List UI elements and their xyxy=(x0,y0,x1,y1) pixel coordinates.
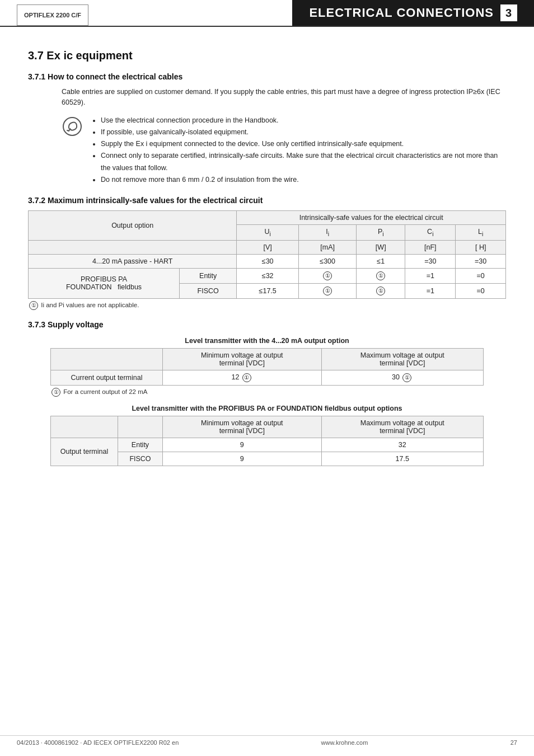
supply-table-2: Minimum voltage at outputterminal [VDC] … xyxy=(50,416,484,466)
table-372: Output option Intrinsically-safe values … xyxy=(28,210,506,299)
table-372-footnote: ① Ii and Pi values are not applicable. xyxy=(28,301,506,310)
footer-center: www.krohne.com xyxy=(321,739,368,746)
bullet-item-4: Connect only to separate certified, intr… xyxy=(101,150,506,174)
supply-subtitle-2: Level transmitter with the PROFIBUS PA o… xyxy=(50,405,484,412)
circled-1: ① xyxy=(323,271,332,280)
supply1-fn-text: For a current output of 22 mA xyxy=(63,388,147,395)
supply2-row2-min: 9 xyxy=(163,452,322,466)
chapter-number: 3 xyxy=(500,4,517,21)
unit-v: [V] xyxy=(237,240,299,254)
row3-ii: ① xyxy=(299,283,357,298)
circled-2: ① xyxy=(376,271,385,280)
procedure-icon xyxy=(62,116,83,137)
row1-ui: ≤30 xyxy=(237,254,299,268)
footer: 04/2013 · 4000861902 · AD IECEX OPTIFLEX… xyxy=(0,735,534,746)
sub-header-ii: Ii xyxy=(299,225,357,241)
row2-label1: PROFIBUS PAFOUNDATION fieldbus xyxy=(29,268,180,298)
chapter-title: ELECTRICAL CONNECTIONS 3 xyxy=(292,0,534,26)
sub-header-pi: Pi xyxy=(357,225,405,241)
row1-ii: ≤300 xyxy=(299,254,357,268)
supply2-row1-label1: Output terminal xyxy=(51,438,118,466)
row2-ui: ≤32 xyxy=(237,268,299,283)
header: OPTIFLEX 2200 C/F ELECTRICAL CONNECTIONS… xyxy=(0,0,534,27)
table-row-1: 4...20 mA passive - HART ≤30 ≤300 ≤1 =30… xyxy=(29,254,506,268)
section-371-body: Cable entries are supplied on customer d… xyxy=(62,87,506,108)
supply1-min-header: Minimum voltage at outputterminal [VDC] xyxy=(163,348,322,370)
row3-label2: FISCO xyxy=(180,283,237,298)
bullet-list: Use the electrical connection procedure … xyxy=(92,115,506,186)
col-group-header: Intrinsically-safe values for the electr… xyxy=(237,211,506,225)
unit-row-label xyxy=(29,240,237,254)
circled-4: ① xyxy=(376,287,385,295)
row3-ci: =1 xyxy=(405,283,456,298)
supply2-max-header: Maximum voltage at outputterminal [VDC] xyxy=(321,416,483,438)
section-37-title: 3.7 Ex ic equipment xyxy=(28,49,506,62)
section-372-title: 3.7.2 Maximum intrinsically-safe values … xyxy=(28,196,506,205)
supply1-footnote-circled-2: ① xyxy=(402,373,411,382)
supply2-row-1: Output terminal Entity 9 32 xyxy=(51,438,484,452)
section-373-title: 3.7.3 Supply voltage xyxy=(28,320,506,329)
footer-right: 27 xyxy=(510,739,517,746)
row2-ci: =1 xyxy=(405,268,456,283)
supply2-row2-max: 17.5 xyxy=(321,452,483,466)
footnote-text: Ii and Pi values are not applicable. xyxy=(41,302,139,308)
page: OPTIFLEX 2200 C/F ELECTRICAL CONNECTIONS… xyxy=(0,0,534,756)
supply1-footnote: ① For a current output of 22 mA xyxy=(50,388,484,397)
supply2-row2-label2: FISCO xyxy=(118,452,163,466)
row1-li: =30 xyxy=(456,254,506,268)
supply-table-1-wrapper: Level transmitter with the 4...20 mA out… xyxy=(50,337,484,397)
col1-header: Output option xyxy=(29,211,237,241)
bullet-item-5: Do not remove more than 6 mm / 0.2 of in… xyxy=(101,174,506,186)
unit-w: [W] xyxy=(357,240,405,254)
bullet-item-2: If possible, use galvanically-isolated e… xyxy=(101,126,506,138)
unit-nf: [nF] xyxy=(405,240,456,254)
supply-subtitle-1: Level transmitter with the 4...20 mA out… xyxy=(50,337,484,345)
supply1-max-val: 30 ① xyxy=(321,370,483,385)
sub-header-ci: Ci xyxy=(405,225,456,241)
table-372-wrapper: Output option Intrinsically-safe values … xyxy=(28,210,506,310)
supply1-row: Current output terminal 12 ① 30 ① xyxy=(51,370,484,385)
unit-h: [ H] xyxy=(456,240,506,254)
supply2-row1-min: 9 xyxy=(163,438,322,452)
main-content: 3.7 Ex ic equipment 3.7.1 How to connect… xyxy=(0,27,534,489)
supply1-row-label: Current output terminal xyxy=(51,370,163,385)
sub-header-li: Li xyxy=(456,225,506,241)
bullet-section: Use the electrical connection procedure … xyxy=(62,115,506,186)
supply1-footnote-circled: ① xyxy=(242,373,251,382)
row1-label: 4...20 mA passive - HART xyxy=(29,254,237,268)
circled-3: ① xyxy=(323,287,332,295)
bullet-item-1: Use the electrical connection procedure … xyxy=(101,115,506,126)
product-label: OPTIFLEX 2200 C/F xyxy=(17,4,88,26)
sub-header-ui: Ui xyxy=(237,225,299,241)
row2-li: =0 xyxy=(456,268,506,283)
supply-table-2-wrapper: Level transmitter with the PROFIBUS PA o… xyxy=(50,405,484,466)
chapter-title-text: ELECTRICAL CONNECTIONS xyxy=(309,6,494,20)
supply1-fn-circled: ① xyxy=(51,388,60,397)
bullet-item-3: Supply the Ex i equipment connected to t… xyxy=(101,138,506,150)
svg-point-0 xyxy=(63,118,81,135)
unit-ma: [mA] xyxy=(299,240,357,254)
supply2-col1 xyxy=(118,416,163,438)
row1-pi: ≤1 xyxy=(357,254,405,268)
table-row-2: PROFIBUS PAFOUNDATION fieldbus Entity ≤3… xyxy=(29,268,506,283)
row2-pi: ① xyxy=(357,268,405,283)
supply-table-1: Minimum voltage at outputterminal [VDC] … xyxy=(50,348,484,386)
supply1-col0 xyxy=(51,348,163,370)
supply2-col0 xyxy=(51,416,118,438)
row3-ui: ≤17.5 xyxy=(237,283,299,298)
row2-label2: Entity xyxy=(180,268,237,283)
supply2-row1-max: 32 xyxy=(321,438,483,452)
row1-ci: =30 xyxy=(405,254,456,268)
section-371-title: 3.7.1 How to connect the electrical cabl… xyxy=(28,72,506,81)
row3-pi: ① xyxy=(357,283,405,298)
supply1-min-val: 12 ① xyxy=(163,370,322,385)
supply1-max-header: Maximum voltage at outputterminal [VDC] xyxy=(321,348,483,370)
supply2-min-header: Minimum voltage at outputterminal [VDC] xyxy=(163,416,322,438)
footer-left: 04/2013 · 4000861902 · AD IECEX OPTIFLEX… xyxy=(17,739,179,746)
footnote-circled: ① xyxy=(29,301,38,310)
row3-li: =0 xyxy=(456,283,506,298)
supply2-row1-label2: Entity xyxy=(118,438,163,452)
row2-ii: ① xyxy=(299,268,357,283)
